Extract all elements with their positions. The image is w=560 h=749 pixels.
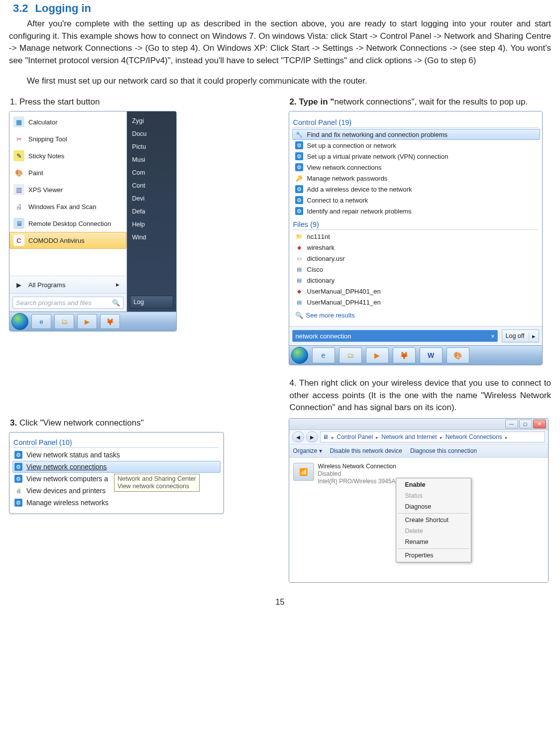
app-snipping-tool[interactable]: ✂Snipping Tool — [9, 130, 126, 147]
shutdown-button[interactable]: Log — [130, 296, 173, 309]
app-fax-scan[interactable]: 🖨Windows Fax and Scan — [9, 198, 126, 215]
step3-label: 3. 3. Click "View network connections"Cl… — [10, 418, 272, 428]
result-item[interactable]: ⚙View network connections — [292, 162, 540, 173]
all-programs[interactable]: ▶All Programs — [9, 276, 126, 293]
maximize-button[interactable]: ▢ — [519, 420, 532, 428]
cp-item[interactable]: 🖨View devices and printers — [12, 485, 221, 497]
file-item[interactable]: 📁nc111nt — [292, 231, 540, 242]
adapter-name: Wireless Network Connection — [318, 463, 401, 470]
cp-group-header: Control Panel (10) — [13, 437, 219, 448]
search-query-input[interactable]: network connection × — [292, 330, 498, 342]
result-item[interactable]: ⚙Set up a virtual private network (VPN) … — [292, 151, 540, 162]
adapter-icon: 📶 — [293, 463, 314, 481]
cp-item[interactable]: ⚙Manage wireless networks — [12, 497, 221, 509]
taskbar-word[interactable]: W — [420, 347, 443, 363]
logoff-button[interactable]: Log off ▸ — [502, 329, 539, 342]
file-item[interactable]: ▤dictionary — [292, 275, 540, 286]
ctx-rename[interactable]: Rename — [396, 536, 471, 547]
taskbar-explorer[interactable]: 🗂 — [339, 347, 362, 363]
taskbar-paint[interactable]: 🎨 — [447, 347, 469, 363]
taskbar-firefox[interactable]: 🦊 — [100, 314, 120, 329]
right-item[interactable]: Cont — [127, 179, 176, 192]
result-item[interactable]: 🔧Find and fix networking and connection … — [292, 129, 540, 140]
right-item[interactable]: Zygi — [127, 114, 176, 127]
result-item[interactable]: ⚙Set up a connection or network — [292, 140, 540, 151]
adapter-state: Disabled — [318, 470, 401, 478]
result-item[interactable]: ⚙Connect to a network — [292, 195, 540, 206]
app-xps-viewer[interactable]: ▥XPS Viewer — [9, 181, 126, 198]
app-remote-desktop[interactable]: 🖥Remote Desktop Connection — [9, 215, 126, 232]
ctx-sep — [398, 548, 469, 549]
cp-item[interactable]: ⚙View network status and tasks — [12, 449, 221, 461]
result-item[interactable]: ⚙Identify and repair network problems — [292, 206, 540, 216]
disable-device-link[interactable]: Disable this network device — [330, 447, 402, 454]
ctx-enable[interactable]: Enable — [396, 479, 471, 490]
breadcrumb-icon: 🖥 — [323, 433, 329, 440]
see-more-results[interactable]: 🔍See more results — [292, 308, 540, 324]
right-item[interactable]: Defa — [127, 205, 176, 218]
right-item[interactable]: Devi — [127, 192, 176, 205]
search-input[interactable]: Search programs and files 🔍 — [12, 297, 123, 309]
minimize-button[interactable]: — — [505, 420, 518, 428]
search-icon: 🔍 — [112, 299, 120, 307]
start-menu: ▦Calculator ✂Snipping Tool ✎Sticky Notes… — [9, 111, 177, 331]
result-item[interactable]: 🔑Manage network passwords — [292, 173, 540, 184]
control-panel-results: Control Panel (10) ⚙View network status … — [9, 432, 224, 514]
start-orb[interactable] — [291, 347, 308, 364]
file-item[interactable]: ◆UserManual_DPH401_en — [292, 286, 540, 297]
taskbar-firefox[interactable]: 🦊 — [393, 347, 416, 363]
app-sticky-notes[interactable]: ✎Sticky Notes — [9, 147, 126, 164]
group-control-panel: Control Panel (19) — [293, 117, 538, 128]
nav-back[interactable]: ◀ — [292, 431, 304, 442]
cp-item-view-connections[interactable]: ⚙View network connections — [12, 461, 221, 473]
intro-paragraph-1: After you're complete with the setting u… — [9, 18, 551, 67]
app-comodo-antivirus[interactable]: CCOMODO Antivirus — [9, 232, 126, 249]
adapter-device: Intel(R) PRO/Wireless 3945A... — [318, 478, 401, 485]
chevron-right-icon[interactable]: ▸ — [529, 332, 536, 340]
ctx-status: Status — [396, 490, 471, 501]
section-heading: 3.2Logging in — [13, 2, 551, 15]
ctx-create-shortcut[interactable]: Create Shortcut — [396, 515, 471, 526]
taskbar-media[interactable]: ▶ — [77, 314, 97, 329]
window-titlebar: — ▢ ✕ — [289, 419, 548, 430]
ctx-properties[interactable]: Properties — [396, 550, 471, 561]
taskbar-media[interactable]: ▶ — [366, 347, 389, 363]
file-item[interactable]: ▭dictionary.usr — [292, 253, 540, 264]
ctx-diagnose[interactable]: Diagnose — [396, 501, 471, 512]
page-number: 15 — [9, 598, 551, 607]
clear-icon[interactable]: × — [491, 332, 495, 340]
organize-menu[interactable]: Organize ▾ — [293, 447, 322, 454]
nav-forward[interactable]: ▶ — [306, 431, 318, 442]
file-item[interactable]: ▤Cisco — [292, 264, 540, 275]
cp-item[interactable]: ⚙View network computers a Network and Sh… — [12, 473, 221, 485]
ctx-delete: Delete — [396, 526, 471, 536]
app-paint[interactable]: 🎨Paint — [9, 164, 126, 181]
result-item[interactable]: ⚙Add a wireless device to the network — [292, 184, 540, 195]
right-item[interactable]: Wind — [127, 231, 176, 244]
right-item[interactable]: Musi — [127, 153, 176, 166]
app-calculator[interactable]: ▦Calculator — [9, 113, 126, 130]
file-item[interactable]: ▤UserManual_DPH411_en — [292, 297, 540, 308]
taskbar: e 🗂 ▶ 🦊 W 🎨 — [289, 345, 542, 365]
taskbar-explorer[interactable]: 🗂 — [54, 314, 74, 329]
section-number: 3.2 — [13, 2, 28, 14]
taskbar-ie[interactable]: e — [312, 347, 335, 363]
intro-paragraph-2: We first must set up our network card so… — [9, 75, 551, 88]
right-item[interactable]: Com — [127, 166, 176, 179]
connections-area: 📶 Wireless Network Connection Disabled I… — [289, 458, 548, 582]
close-button[interactable]: ✕ — [533, 420, 546, 428]
taskbar: e 🗂 ▶ 🦊 — [9, 312, 176, 331]
step1-label: 1. Press the start button — [10, 97, 272, 107]
right-item[interactable]: Help — [127, 218, 176, 231]
breadcrumb[interactable]: 🖥 Control Panel Network and Internet Net… — [320, 431, 545, 442]
start-orb[interactable] — [11, 313, 28, 330]
step4-label: 4. Then right click on your wireless dev… — [290, 377, 552, 414]
search-results: Control Panel (19) 🔧Find and fix network… — [289, 111, 543, 365]
diagnose-link[interactable]: Diagnose this connection — [410, 447, 477, 454]
start-menu-right: Zygi Docu Pictu Musi Com Cont Devi Defa … — [127, 111, 176, 312]
right-item[interactable]: Docu — [127, 127, 176, 140]
right-item[interactable]: Pictu — [127, 140, 176, 153]
group-files: Files (9) — [293, 219, 538, 230]
file-item[interactable]: ◆wireshark — [292, 242, 540, 253]
taskbar-ie[interactable]: e — [31, 314, 51, 329]
